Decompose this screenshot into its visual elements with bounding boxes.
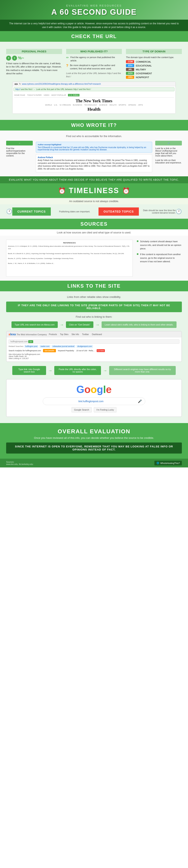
- alexa-flow-steps: Type URL into search box on Alexa.com → …: [6, 321, 182, 328]
- links-warning: If they are the only one linking to the …: [6, 302, 182, 312]
- sources-bullet-2: If the content is reproduced from anothe…: [137, 253, 182, 264]
- arrow-icon: →: [19, 142, 21, 144]
- google-step-3: Different search engines may have differ…: [109, 366, 176, 375]
- domain-com: .COM COMMERCIAL: [126, 60, 182, 63]
- g-letter-e: e: [106, 384, 112, 395]
- nav-products: Products: [49, 333, 57, 336]
- author-bio: Andrew Pollack Andy Pollack has covered …: [36, 154, 152, 172]
- sources-section: REFERENCES Amerson, D. E. & Medped, M. G…: [0, 236, 188, 281]
- alexa-tag-1: huffington post: [24, 345, 38, 348]
- mic-icon: 🎤: [138, 399, 142, 403]
- question-icon: ?: [66, 64, 69, 68]
- domain-org: .ORG NONPROFIT: [126, 76, 182, 79]
- url-bar: ◀ ▶ ↻ www.nytimes.com/2013/09/24/health/…: [12, 82, 176, 86]
- google-search-button[interactable]: Google Search: [72, 407, 92, 412]
- alexa-tag-2: rawler.com: [39, 345, 51, 348]
- overall-section: Overall Evaluation Once you have reviewe…: [0, 423, 188, 459]
- url-mockup: ◀ ▶ ↻ www.nytimes.com/2013/09/24/health/…: [12, 82, 176, 114]
- author-bio-text: Andy Pollack has covered the business an…: [38, 159, 150, 170]
- author-excerpt-box: Author excerpt highlighted Terri Ellswor…: [36, 142, 152, 153]
- about-box: 🔗: [155, 141, 182, 146]
- domain-mil: .MIL MILITARY: [126, 68, 182, 71]
- right-label: Look for a link or the About Us/Backgrou…: [155, 147, 182, 157]
- sources-title: Sources: [0, 219, 188, 229]
- nav-dashboard: Dashboard: [92, 333, 102, 336]
- back-icon: ◀ ▶: [14, 83, 18, 85]
- alexa-mockup: alexa The Web Information Company Produc…: [6, 331, 182, 362]
- nav-site-info: Site Info: [72, 333, 79, 336]
- header-section: Evaluating Web Resources A 60 Second Gui…: [0, 0, 188, 20]
- overall-title: Overall Evaluation: [6, 428, 182, 435]
- alexa-go-button[interactable]: Go: [28, 340, 33, 343]
- timeliness-topics-row: 🕐 Current Topics Publishing dates are im…: [0, 205, 188, 219]
- sources-bullet2-text: If the content is reproduced from anothe…: [140, 253, 182, 264]
- link-icon: 🔗: [167, 142, 170, 144]
- current-topics-box: Current Topics: [12, 208, 51, 216]
- alexa-analytics-row: Search Analytics for huffingtonpost.com …: [8, 349, 180, 352]
- clock-left: 🕐: [6, 209, 12, 214]
- alexa-analytics-label: Search Analytics for huffingtonpost.com: [8, 350, 41, 352]
- nyt-header: HOME PAGE TODAY'S PAPER VIDEO MOST POPUL…: [12, 92, 176, 114]
- bullet-dot-2: [137, 253, 138, 255]
- header-subtitle: Evaluating Web Resources: [6, 4, 182, 7]
- wrote-center-col: Author excerpt highlighted Terri Ellswor…: [36, 141, 152, 172]
- domain-edu: .EDU EDUCATIONAL: [126, 64, 182, 67]
- g-letter-o2: o: [90, 384, 97, 395]
- personal-pages-content: If their name is different than the site…: [6, 62, 62, 75]
- who-wrote-title: Who Wrote It?: [0, 120, 188, 130]
- gov-badge: .GOV: [126, 72, 134, 75]
- com-badge: .COM: [126, 60, 134, 63]
- who-wrote-section: Find out who is accountable for the info…: [0, 130, 188, 176]
- ca-new-badge: Ca New: [97, 349, 105, 352]
- personal-pages-col: Personal Pages f t %~ If their name is d…: [6, 49, 62, 80]
- personal-pages-title: Personal Pages: [6, 49, 62, 54]
- pencil-icon: ✏: [66, 56, 69, 60]
- check-url-title: Check the URL: [0, 31, 188, 42]
- domain-list: .COM COMMERCIAL .EDU EDUCATIONAL .MIL MI…: [126, 60, 182, 79]
- google-search-bar[interactable]: link:huffingtonpost.com 🎤: [43, 398, 145, 405]
- overall-description: Once you have reviewed all of this info,…: [6, 436, 182, 439]
- alexa-body: huffingtonpost.com Go Related Searches: …: [6, 337, 182, 362]
- references-text: Amerson, D. E. & Medped, M. G. (2009). C…: [8, 245, 131, 265]
- check-url-section: Personal Pages f t %~ If their name is d…: [0, 42, 188, 120]
- im-feeling-lucky-button[interactable]: I'm Feeling Lucky: [94, 407, 116, 412]
- nav-top-sites: Top Sites: [60, 333, 69, 336]
- whois-badge: 🌐 WhoIsHostingThis?: [154, 461, 182, 465]
- refresh-icon: ↻: [19, 83, 21, 85]
- who-wrote-desc: Find out who is accountable for the info…: [6, 134, 182, 138]
- g-letter-l: l: [103, 384, 106, 395]
- alexa-step-3: Learn about site's traffic info, who is …: [102, 321, 177, 328]
- mil-badge: .MIL: [126, 68, 134, 71]
- alexa-step3-text: Learn about site's traffic info, who is …: [105, 323, 173, 326]
- flow-arrow-2: →: [96, 322, 100, 327]
- g-letter-o1: o: [84, 384, 91, 395]
- google-step1-text: Type link: into Google search box: [19, 368, 40, 373]
- alexa-rank-text: Site information for huffingtonpost.com: [8, 353, 180, 355]
- type-of-domain-title: Type of Domain: [126, 49, 182, 54]
- twitter-icon: t: [12, 56, 17, 61]
- alexa-tag-4: drudgereport.com: [76, 345, 93, 348]
- references-header: REFERENCES: [8, 242, 131, 244]
- clock-right: 🕐: [176, 209, 182, 214]
- alexa-search-text: huffingtonpost.com: [10, 340, 28, 343]
- google-step2-text: Paste the URL directly after the colon, …: [59, 368, 97, 373]
- timeliness-subtitle: An outdated source is not always credibl…: [0, 198, 188, 205]
- bottom-label: Look for info on their education and exp…: [155, 159, 182, 164]
- who-published-note: Look at the first part of the URL betwee…: [66, 71, 122, 79]
- person-icon: f: [6, 56, 11, 61]
- sources-left: REFERENCES Amerson, D. E. & Medped, M. G…: [6, 240, 133, 277]
- tilde-symbol: %~: [18, 56, 24, 60]
- alexa-search-bar[interactable]: huffingtonpost.com Go: [8, 339, 180, 344]
- overall-warning: Since the Internet is open to everyone, …: [6, 442, 182, 454]
- who-published-col: Who Published It? ✏ Find the agency or p…: [66, 49, 122, 80]
- footer-sources: Sources: www.lee.edu, lib.berkeley.edu: [6, 461, 33, 465]
- whois-label: WhoIsHostingThis?: [160, 462, 180, 464]
- google-flow-steps: Type link: into Google search box → Past…: [6, 364, 182, 377]
- get-details-button[interactable]: Get Details: [43, 349, 56, 352]
- alexa-sites-linking: Sites Linking In: 216,927: [8, 358, 180, 360]
- references-box: REFERENCES Amerson, D. E. & Medped, M. G…: [6, 240, 133, 277]
- who-published-item2: Be more skeptical in regard of the autho…: [70, 64, 122, 70]
- author-excerpt-text: Terri Ellsworth is convinced that her 12…: [38, 146, 150, 151]
- bullet-dot-1: [137, 240, 138, 242]
- sources-description: Look at how sources are cited and what t…: [0, 229, 188, 236]
